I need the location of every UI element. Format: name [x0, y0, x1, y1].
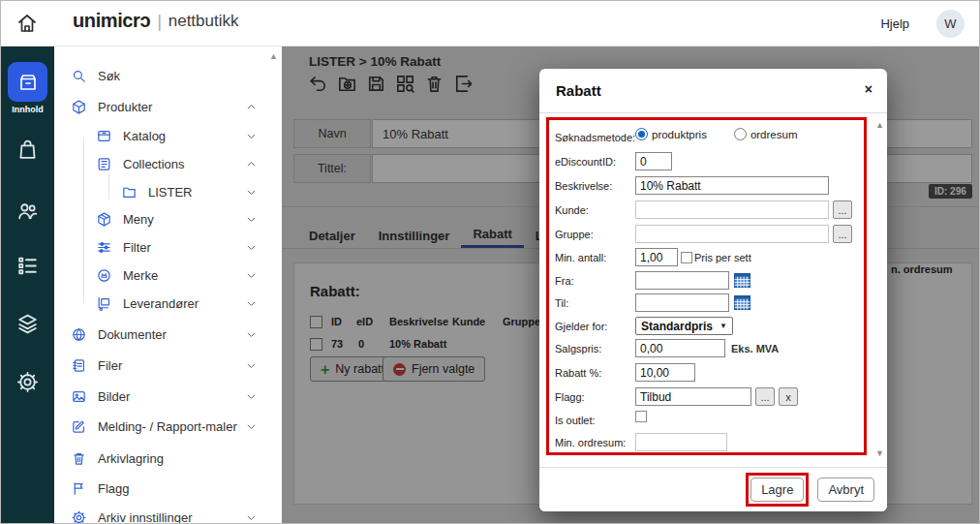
sidebar-item-filter[interactable]: Filter	[54, 236, 275, 258]
min-ordresum-input[interactable]	[635, 433, 727, 451]
sidebar-item-leverand-rer[interactable]: Leverandører	[54, 293, 275, 314]
min-antall-input[interactable]	[635, 248, 678, 266]
field-label: Kunde:	[555, 204, 589, 216]
collections-icon	[96, 156, 112, 172]
field-control: Pris per sett	[635, 248, 751, 266]
chevron-down-icon[interactable]	[245, 420, 258, 433]
box-icon	[71, 99, 87, 115]
field-control	[635, 271, 750, 290]
chevron-down-icon[interactable]	[245, 511, 258, 524]
browse-button[interactable]: ...	[833, 225, 852, 243]
sidebar-item-arkivlagring[interactable]: Arkivlagring	[54, 447, 275, 469]
modal-body: ▲ ▼ Søknadsmetode:produktprisordresumeDi…	[539, 113, 887, 467]
chevron-down-icon[interactable]	[245, 213, 258, 226]
sidebar-item-merke[interactable]: Merke	[54, 264, 275, 286]
sidebar-item-s-k[interactable]: Søk	[54, 65, 275, 86]
modal-footer: Lagre Avbryt	[539, 467, 887, 511]
chevron-down-icon[interactable]	[245, 241, 258, 254]
pris-per-sett-checkbox[interactable]	[681, 252, 692, 263]
sidebar-item-dokumenter[interactable]: Dokumenter	[54, 324, 275, 345]
chevron-down-icon[interactable]	[245, 390, 258, 403]
brand-divider: |	[157, 11, 162, 32]
is-outlet-checkbox[interactable]	[635, 411, 647, 422]
home-icon[interactable]	[15, 12, 39, 35]
browse-button[interactable]: ...	[755, 387, 775, 406]
sidebar-item-label: Filer	[98, 358, 122, 373]
chevron-down-icon[interactable]	[245, 269, 258, 282]
sidebar-item-bilder[interactable]: Bilder	[54, 385, 275, 407]
avatar[interactable]: W	[936, 10, 965, 38]
edit-icon	[71, 418, 87, 435]
sidebar-scroll-up-icon[interactable]: ▲	[269, 51, 278, 61]
beskrivelse-input[interactable]	[635, 176, 829, 195]
archive-box-icon	[16, 71, 40, 94]
sidebar-item-flagg[interactable]: Flagg	[54, 478, 275, 499]
calendar-icon[interactable]	[734, 295, 750, 310]
archive-icon	[71, 450, 87, 467]
field-control: produktprisordresum	[635, 128, 824, 140]
gjelder-for-select[interactable]: Standardpris▼	[635, 317, 733, 335]
close-icon[interactable]: ×	[865, 81, 873, 97]
radio-option-produktpris[interactable]: produktpris	[635, 128, 707, 140]
save-annotation-rectangle: Lagre	[746, 473, 809, 507]
sidebar-item-melding-rapport-maler[interactable]: Melding- / Rapport-maler	[54, 416, 275, 437]
field-label: Min. ordresum:	[555, 437, 626, 448]
cancel-button[interactable]: Avbryt	[817, 478, 874, 502]
sidebar-item-label: Merke	[123, 268, 158, 283]
gruppe-input[interactable]	[635, 225, 829, 243]
checkbox-label: Pris per sett	[694, 252, 751, 263]
flagg-input[interactable]	[635, 387, 751, 406]
rabatt-input[interactable]	[635, 363, 695, 382]
radio-selected-icon[interactable]	[635, 128, 648, 140]
field-label: Min. antall:	[555, 252, 606, 263]
people-icon[interactable]	[15, 199, 40, 223]
rail-item-innhold[interactable]	[8, 62, 47, 102]
radio-option-ordresum[interactable]: ordresum	[734, 128, 798, 140]
radio-unselected-icon[interactable]	[734, 128, 747, 140]
save-button[interactable]: Lagre	[750, 478, 804, 502]
layers-icon[interactable]	[15, 312, 40, 336]
til-input[interactable]	[635, 293, 729, 312]
field-label: Til:	[555, 297, 568, 309]
salgspris-input[interactable]	[635, 339, 725, 357]
sidebar-item-meny[interactable]: Meny	[54, 208, 275, 230]
help-link[interactable]: Hjelp	[880, 16, 909, 31]
kunde-input[interactable]	[635, 200, 829, 219]
chevron-down-icon[interactable]	[245, 186, 258, 199]
sidebar-item-katalog[interactable]: Katalog	[54, 125, 275, 146]
ediscountid-input[interactable]	[635, 152, 672, 170]
tasks-icon[interactable]	[15, 254, 40, 278]
scroll-down-icon[interactable]: ▼	[875, 449, 884, 458]
chevron-down-icon[interactable]	[245, 359, 258, 372]
field-label: Gjelder for:	[555, 321, 607, 332]
gear-icon	[71, 509, 87, 524]
sidebar-item-collections[interactable]: Collections	[54, 153, 275, 174]
sidebar-item-produkter[interactable]: Produkter	[54, 96, 275, 117]
chevron-down-icon[interactable]	[245, 297, 258, 310]
sidebar-item-filer[interactable]: Filer	[54, 354, 275, 376]
sidebar: ▲ SøkProdukterKatalogCollectionsLISTERMe…	[54, 46, 282, 523]
sidebar-item-label: Dokumenter	[98, 327, 167, 342]
chevron-down-icon[interactable]	[245, 130, 258, 142]
file-icon	[71, 357, 87, 374]
fra-input[interactable]	[635, 271, 729, 290]
bag-icon[interactable]	[15, 138, 40, 162]
badge-icon	[96, 267, 112, 284]
gear-icon[interactable]	[15, 370, 40, 394]
search-icon	[71, 68, 87, 84]
chevron-up-icon[interactable]	[245, 101, 258, 113]
chevron-up-icon[interactable]	[245, 158, 258, 170]
sidebar-item-arkiv-innstillinger[interactable]: Arkiv innstillinger	[54, 507, 275, 524]
modal-header: Rabatt ×	[539, 69, 887, 113]
calendar-icon[interactable]	[734, 273, 750, 288]
scroll-up-icon[interactable]: ▲	[875, 121, 884, 130]
sidebar-item-lister[interactable]: LISTER	[54, 181, 275, 202]
field-label: Is outlet:	[555, 415, 596, 426]
modal-field-ediscountid: eDiscountID:	[555, 152, 872, 171]
browse-button[interactable]: ...	[833, 200, 852, 219]
clear-button[interactable]: x	[779, 387, 798, 406]
brand-logo: unimicrɔ | nettbutikk	[73, 10, 238, 32]
field-control	[635, 363, 695, 382]
rail-item-innhold-label: Innhold	[1, 105, 54, 114]
chevron-down-icon[interactable]	[245, 328, 258, 341]
